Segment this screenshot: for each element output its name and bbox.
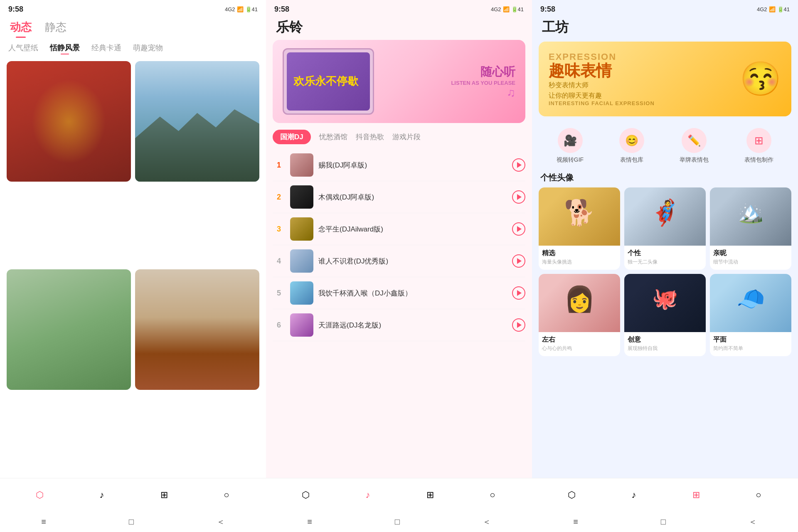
nav-grid-1[interactable]: ⊞ bbox=[158, 488, 171, 502]
menu-btn-3[interactable]: ≡ bbox=[573, 517, 578, 527]
rank-2: 2 bbox=[273, 193, 285, 202]
menu-btn-2[interactable]: ≡ bbox=[307, 517, 312, 527]
expr-en-text: EXPRESSION bbox=[549, 52, 740, 62]
song-name-3: 念平生(DJAilward版) bbox=[318, 224, 512, 234]
expr-cn-title: 趣味表情 bbox=[549, 62, 740, 80]
song-name-6: 天涯路远(DJ名龙版) bbox=[318, 320, 512, 330]
wallpaper-card-2[interactable] bbox=[135, 61, 259, 182]
home-btn-3[interactable]: □ bbox=[661, 517, 666, 527]
home-btn-1[interactable]: □ bbox=[129, 517, 134, 527]
user-icon-2: ○ bbox=[486, 488, 499, 502]
play-btn-4[interactable] bbox=[512, 254, 525, 268]
time-3: 9:58 bbox=[540, 5, 555, 14]
back-btn-3[interactable]: ＜ bbox=[749, 516, 757, 527]
signal-icon-1: 4G2 bbox=[225, 6, 235, 12]
cat-game[interactable]: 游戏片段 bbox=[392, 132, 421, 142]
play-btn-6[interactable] bbox=[512, 318, 525, 332]
music-item-6[interactable]: 6 天涯路远(DJ名龙版) bbox=[273, 309, 525, 341]
make-icon: ⊞ bbox=[746, 128, 771, 153]
music-item-2[interactable]: 2 木偶戏(DJ阿卓版) bbox=[273, 181, 525, 213]
nav-music-3[interactable]: ♪ bbox=[627, 488, 640, 502]
music-item-1[interactable]: 1 赐我(DJ阿卓版) bbox=[273, 149, 525, 181]
avatar-info-1: 精选 海量头像挑选 bbox=[539, 246, 620, 270]
cat-sad[interactable]: 忧愁酒馆 bbox=[319, 132, 347, 142]
wallpaper-card-3[interactable] bbox=[7, 269, 131, 390]
avatar-card-creative[interactable]: 创意 展现独特自我 bbox=[624, 274, 706, 356]
battery-3: 🔋41 bbox=[777, 6, 790, 12]
cat-popular[interactable]: 人气壁纸 bbox=[8, 43, 38, 53]
avatar-card-flat[interactable]: 平面 简约而不简单 bbox=[710, 274, 791, 356]
battery-icon-1: 🔋41 bbox=[245, 6, 258, 12]
menu-btn-1[interactable]: ≡ bbox=[41, 517, 46, 527]
category-nav-1: 人气壁纸 恬静风景 经典卡通 萌趣宠物 bbox=[0, 38, 266, 56]
cat-pet[interactable]: 萌趣宠物 bbox=[133, 43, 163, 53]
status-bar-2: 9:58 4G2 📶 🔋41 bbox=[266, 0, 532, 17]
time-2: 9:58 bbox=[274, 5, 289, 14]
signal-2: 4G2 bbox=[491, 6, 501, 12]
cat-cartoon[interactable]: 经典卡通 bbox=[91, 43, 121, 53]
avatar-img-2 bbox=[624, 187, 706, 246]
cat-douyin[interactable]: 抖音热歌 bbox=[356, 132, 384, 142]
music-item-3[interactable]: 3 念平生(DJAilward版) bbox=[273, 213, 525, 245]
wallpaper-card-1[interactable] bbox=[7, 61, 131, 182]
rank-4: 4 bbox=[273, 257, 285, 266]
avatar-card-leftright[interactable]: 左右 心与心的共鸣 bbox=[539, 274, 620, 356]
tab-static[interactable]: 静态 bbox=[45, 20, 66, 38]
play-btn-2[interactable] bbox=[512, 190, 525, 204]
nav-grid-2[interactable]: ⊞ bbox=[424, 488, 437, 502]
play-btn-1[interactable] bbox=[512, 158, 525, 172]
avatar-grid: 精选 海量头像挑选 个性 独一无二头像 亲昵 细节中流动 左右 心与心的共鸣 bbox=[532, 187, 798, 356]
avatar-section-title: 个性头像 bbox=[532, 170, 798, 187]
home-icon-1: ⬡ bbox=[33, 488, 46, 502]
status-bar-1: 9:58 4G2 📶 🔋41 bbox=[0, 0, 266, 17]
thumb-4 bbox=[290, 249, 313, 273]
bottom-nav-3: ⬡ ♪ ⊞ ○ bbox=[532, 478, 798, 511]
nav-home-2[interactable]: ⬡ bbox=[299, 488, 312, 502]
play-btn-5[interactable] bbox=[512, 286, 525, 300]
avatar-info-4: 左右 心与心的共鸣 bbox=[539, 332, 620, 356]
nav-user-2[interactable]: ○ bbox=[486, 488, 499, 502]
thumb-2 bbox=[290, 185, 313, 209]
music-banner[interactable]: 欢乐永不停歇 随心听 LISTEN AS YOU PLEASE ♫ bbox=[273, 40, 525, 123]
workshop-title: 工坊 bbox=[532, 17, 798, 42]
nav-user-1[interactable]: ○ bbox=[220, 488, 233, 502]
tool-emoji-lib[interactable]: 😊 表情包库 bbox=[619, 128, 644, 164]
tool-make-emoji[interactable]: ⊞ 表情包制作 bbox=[744, 128, 773, 164]
back-btn-1[interactable]: ＜ bbox=[217, 516, 225, 527]
back-btn-2[interactable]: ＜ bbox=[483, 516, 491, 527]
expr-emoji: 😚 bbox=[740, 62, 781, 96]
nav-home-3[interactable]: ⬡ bbox=[565, 488, 578, 502]
grid-icon-2: ⊞ bbox=[424, 488, 437, 502]
wallpaper-card-4[interactable] bbox=[135, 269, 259, 390]
music-item-4[interactable]: 4 谁人不识君(DJ优秀版) bbox=[273, 245, 525, 277]
nav-music-1[interactable]: ♪ bbox=[95, 488, 108, 502]
wallpaper-grid bbox=[0, 56, 266, 478]
tab-dynamic[interactable]: 动态 bbox=[10, 20, 32, 38]
song-name-5: 我饮千杯酒入喉（DJ小鑫版） bbox=[318, 288, 512, 298]
avatar-card-selected[interactable]: 精选 海量头像挑选 bbox=[539, 187, 620, 270]
banner-note: ♫ bbox=[507, 86, 515, 99]
music-icon-1: ♪ bbox=[95, 488, 108, 502]
nav-home-1[interactable]: ⬡ bbox=[33, 488, 46, 502]
expression-text: EXPRESSION 趣味表情 秒变表情大师 让你的聊天更有趣 INTEREST… bbox=[549, 52, 740, 107]
expr-sub1: 秒变表情大师 bbox=[549, 81, 740, 90]
play-btn-3[interactable] bbox=[512, 222, 525, 236]
expression-banner[interactable]: EXPRESSION 趣味表情 秒变表情大师 让你的聊天更有趣 INTEREST… bbox=[539, 42, 791, 116]
nav-music-2[interactable]: ♪ bbox=[361, 488, 374, 502]
cat-guochao[interactable]: 国潮DJ bbox=[273, 130, 311, 144]
music-categories: 国潮DJ 忧愁酒馆 抖音热歌 游戏片段 bbox=[266, 130, 532, 149]
nav-grid-3[interactable]: ⊞ bbox=[690, 488, 703, 502]
avatar-card-intimate[interactable]: 亲昵 细节中流动 bbox=[710, 187, 791, 270]
music-title: 乐铃 bbox=[266, 17, 532, 40]
home-btn-2[interactable]: □ bbox=[395, 517, 400, 527]
grid-icon-1: ⊞ bbox=[158, 488, 171, 502]
nav-user-3[interactable]: ○ bbox=[752, 488, 765, 502]
tool-label-emoji: 表情包库 bbox=[620, 156, 643, 164]
avatar-info-3: 亲昵 细节中流动 bbox=[710, 246, 791, 270]
music-item-5[interactable]: 5 我饮千杯酒入喉（DJ小鑫版） bbox=[273, 277, 525, 309]
avatar-img-4 bbox=[539, 274, 620, 332]
avatar-card-individual[interactable]: 个性 独一无二头像 bbox=[624, 187, 706, 270]
tool-sign-emoji[interactable]: ✏️ 举牌表情包 bbox=[680, 128, 709, 164]
tool-video-gif[interactable]: 🎥 视频转GIF bbox=[557, 128, 584, 164]
cat-nature[interactable]: 恬静风景 bbox=[50, 43, 80, 53]
